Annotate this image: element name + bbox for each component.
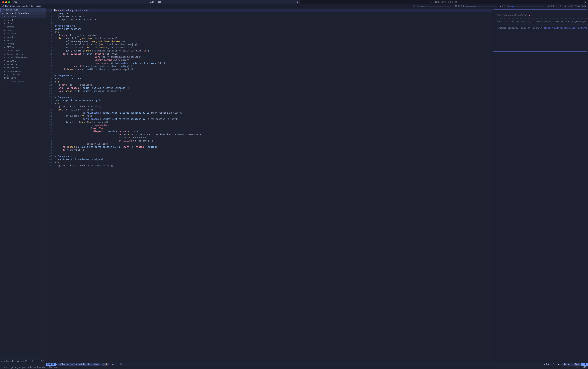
file-tree[interactable]: ✎audit.cljs×▸~/projects/hoop/hoop▸_libho… (0, 8, 46, 363)
tree-row-icon: ▸ (4, 42, 6, 45)
scroll-chip: Top (573, 363, 581, 366)
tmux-tabbar: ⌘⇧1 nvim (-zsh) ⌘1 ..cts/hoop/hoop (-zsh… (0, 0, 588, 4)
neo-tree-statusline: neo-tree filesystem [1] [-] 2:1 (0, 359, 46, 363)
resource-bar: ⎇ feature/allow-api-key-to-review ▤ 14% … (0, 4, 588, 8)
repl-link[interactable]: https://github.com/Olical/conjure/wiki/F… (543, 26, 587, 29)
tree-row-label: LICENSE (7, 60, 16, 62)
tree-row-label: README.md (7, 66, 18, 69)
close-icon[interactable]: × (43, 8, 44, 11)
tree-row-icon: ▸ (4, 15, 6, 18)
cpu-meter: ▤ 14% (413, 5, 453, 8)
net-down: ⇣ 1.0 kB↓ (500, 5, 544, 8)
tree-row[interactable]: ▸~/projects/hoop/hoop (0, 12, 46, 15)
zoom-icon[interactable] (8, 1, 10, 3)
tree-row[interactable]: ✎audit.cljs× (0, 8, 46, 12)
cpu-value: 14% (415, 5, 419, 8)
tree-row-icon: ▸ (4, 22, 6, 25)
encoding-chip: utf-8 ‹ ◊ ‹ ● (542, 363, 561, 366)
tree-row-icon: ◆ (4, 46, 6, 49)
tree-row[interactable]: ▣github.png (0, 73, 46, 76)
window-traffic-lights (0, 0, 12, 4)
tree-row-icon: ▸ (4, 32, 6, 35)
tree-row[interactable]: ⚑LICENSE (0, 59, 46, 63)
neo-tree-cursor-pos: 2:1 (41, 360, 44, 363)
repl-output: ; Sponsored by @campbellr ❤ ; ----------… (493, 10, 587, 52)
tree-row-icon: ★ (4, 63, 6, 66)
tree-row-label: github.png (7, 73, 20, 76)
tree-row-label: client (7, 22, 15, 25)
tree-row-icon: ◆ (4, 66, 6, 69)
heart-icon: ❤ (529, 14, 530, 16)
code-area[interactable]: (ns ns">webapp.events.audit (:require [r… (54, 8, 492, 363)
net-down-value: 1.0 kB↓ (502, 5, 510, 8)
tree-row[interactable]: ▸agent (0, 19, 46, 22)
tab-title: ..cts/hoop/hoop (-zsh) (431, 1, 457, 3)
minimize-icon[interactable] (5, 1, 7, 3)
mem-value: 20 GB (458, 5, 464, 8)
tree-row[interactable]: ▸common (0, 25, 46, 29)
lsp-chip: clojure (561, 363, 573, 366)
tree-row-icon: ▸ (4, 25, 6, 29)
main-split: ✎audit.cljs×▸~/projects/hoop/hoop▸_libho… (0, 8, 588, 363)
tree-row-icon: ▣ (4, 73, 6, 76)
tmux-tab-1[interactable]: ⌘⇧1 nvim (-zsh) ⌘1 (12, 0, 300, 4)
tree-row[interactable]: ◆README.md (0, 66, 46, 70)
tree-row-icon: ▸ (4, 39, 6, 42)
tree-row-icon: ⬢ (4, 76, 6, 80)
download-icon: ⇣ (500, 5, 501, 8)
tree-row-label: ~/projects/hoop/hoop (5, 12, 30, 15)
tree-row[interactable]: ▸rootfs (0, 35, 46, 39)
git-branch-icon: ⎇ (60, 363, 62, 366)
line-number-gutter: 1123456789101112131415161718192021222324… (46, 8, 54, 363)
tree-row[interactable]: ▸deploy (0, 29, 46, 32)
tree-row[interactable]: ▸webapp (0, 42, 46, 46)
tree-row-label: Makefile (7, 63, 17, 66)
tree-row-icon: ★ (4, 53, 6, 56)
tree-row-label: gateway (7, 32, 16, 35)
tree-row[interactable]: ★Makefile (0, 63, 46, 66)
tree-row[interactable]: ▸gateway (0, 32, 46, 35)
tree-row[interactable]: ▸scripts (0, 39, 46, 42)
message-text: install golang.org/x/tools/gopls@latest … (2, 366, 58, 369)
tree-row-label: webapp (7, 42, 15, 45)
nvim-statusline: NORMAL ⎇ feature/allow-api-key-to-review… (46, 363, 588, 366)
tab-shortcut-left: ⌘⇧1 (14, 1, 17, 3)
git-branch: ⎇ feature/allow-api-key-to-review (2, 5, 41, 8)
tree-row[interactable]: ⬢go.work (0, 76, 46, 80)
cwd-path: 🗀 ~/projects/hoop/hoop (559, 5, 586, 8)
tree-row-label: Dockerfile.dev (7, 53, 25, 56)
tree-row-label: _libhoop (7, 15, 17, 18)
tree-row[interactable]: ◆DEV.md (0, 46, 46, 49)
diagnostics-chip: ⚠ 4 (101, 363, 109, 366)
net-up-value: 1.0 kB↑ (547, 5, 555, 8)
tab-shortcut-right: ⌘2 (584, 1, 586, 3)
tree-row-icon: ▸ (4, 29, 6, 32)
tree-row-label: agent (7, 19, 13, 22)
tree-row[interactable]: ★Dockerfile (0, 49, 46, 52)
tree-row[interactable]: ▸client (0, 22, 46, 25)
branch-chip: ⎇ feature/allow-api-key-to-review (57, 363, 101, 366)
tab-title: nvim (-zsh) (149, 1, 162, 3)
tree-row-label: DEV.md (7, 46, 15, 49)
tree-row-icon: ▸ (4, 19, 6, 22)
mem-icon: ⛁ (455, 5, 457, 8)
tree-row[interactable]: ★Dockerfile.dev (0, 52, 46, 56)
tree-row[interactable]: ★Dockerfile.tools (0, 56, 46, 59)
repl-pane[interactable]: ; Sponsored by @campbellr ❤ ; ----------… (492, 8, 588, 363)
editor-pane[interactable]: 1123456789101112131415161718192021222324… (46, 8, 492, 363)
git-branch-name: feature/allow-api-key-to-review (5, 5, 41, 8)
tree-row-label: Dockerfile (7, 49, 20, 52)
upload-icon: ⇡ (556, 5, 557, 8)
tree-row-label: audit.cljs (6, 8, 19, 11)
tree-row[interactable]: ▣backedby.png (0, 70, 46, 73)
tree-row[interactable]: ▸_libhoop (0, 15, 46, 19)
message-line: install golang.org/x/tools/gopls@latest … (0, 366, 588, 369)
close-icon[interactable] (2, 1, 4, 3)
ruler-all: All (583, 366, 586, 369)
tree-row-icon: ✎ (2, 8, 5, 11)
tree-row-label: scripts (7, 39, 16, 42)
tree-row-icon: ★ (4, 49, 6, 52)
neo-tree-status-label: neo-tree filesystem [1] [-] (1, 360, 33, 363)
tmux-tab-2[interactable]: ..cts/hoop/hoop (-zsh) ⌘2 (300, 0, 588, 4)
net-up: 1.0 kB↑ ⇡ (547, 5, 557, 8)
